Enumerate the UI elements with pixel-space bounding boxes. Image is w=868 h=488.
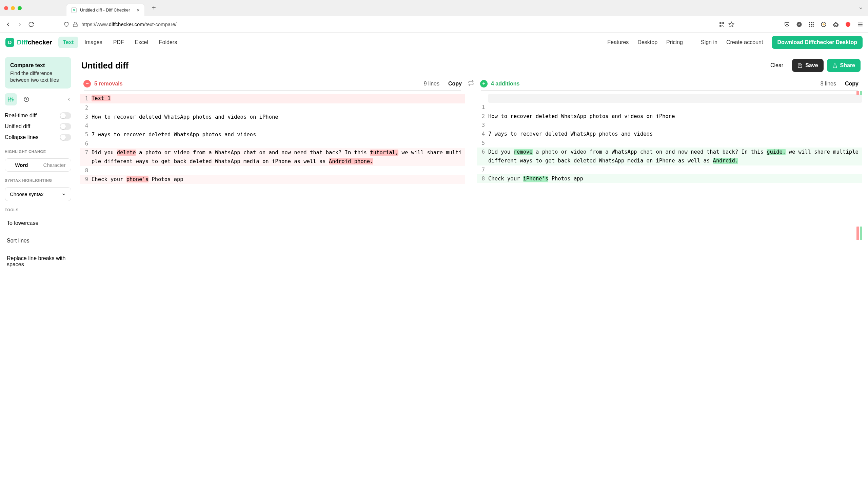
diff-line[interactable]: 6Did you remove a photo or video from a …: [477, 148, 862, 165]
tools-label: TOOLS: [5, 208, 71, 212]
diff-area: − 5 removals 9 lines Copy 1Test 123How t…: [80, 77, 862, 488]
copy-right-button[interactable]: Copy: [845, 81, 859, 87]
diff-line[interactable]: 7: [477, 165, 862, 174]
svg-rect-11: [813, 22, 814, 23]
toggle-switch[interactable]: [60, 123, 71, 130]
save-button[interactable]: Save: [792, 59, 823, 72]
traffic-lights[interactable]: [4, 6, 22, 10]
left-lines[interactable]: 1Test 123How to recover deleted WhatsApp…: [80, 93, 465, 204]
diff-line[interactable]: 3How to recover deleted WhatsApp photos …: [80, 113, 465, 121]
account-icon[interactable]: A: [796, 21, 802, 27]
tool-lowercase[interactable]: To lowercase: [5, 217, 71, 230]
diff-line[interactable]: 7Did you delete a photo or video from a …: [80, 148, 465, 166]
sidebar-card: Compare text Find the difference between…: [5, 57, 71, 89]
browser-tab[interactable]: D Untitled diff - Diff Checker ×: [66, 4, 144, 16]
toggle-collapse[interactable]: Collapse lines: [5, 132, 71, 143]
toggle-switch[interactable]: [60, 134, 71, 141]
nav-folders[interactable]: Folders: [154, 37, 182, 48]
new-tab-button[interactable]: +: [152, 4, 156, 12]
adblock-shield-icon[interactable]: [845, 21, 851, 27]
highlight-word[interactable]: Word: [5, 159, 38, 171]
shield-permission-icon[interactable]: [64, 22, 69, 27]
svg-rect-9: [809, 22, 810, 23]
line-number: [477, 94, 488, 103]
syntax-select[interactable]: Choose syntax: [5, 187, 71, 201]
nav-excel[interactable]: Excel: [130, 37, 153, 48]
url-bar[interactable]: https://www.diffchecker.com/text-compare…: [60, 19, 738, 30]
back-button[interactable]: [5, 21, 12, 28]
diff-line[interactable]: 6: [80, 139, 465, 148]
close-window-icon[interactable]: [4, 6, 8, 10]
line-number: 2: [477, 112, 488, 121]
diff-line[interactable]: 8: [80, 166, 465, 175]
tool-sort[interactable]: Sort lines: [5, 234, 71, 247]
highlight-character[interactable]: Character: [38, 159, 71, 171]
apps-grid-icon[interactable]: [808, 21, 814, 27]
diff-line[interactable]: 5: [477, 139, 862, 148]
line-number: 1: [477, 103, 488, 112]
diff-line[interactable]: 8Check your iPhone's Photos app: [477, 174, 862, 183]
collapse-sidebar-icon[interactable]: [66, 97, 71, 102]
minimize-window-icon[interactable]: [11, 6, 15, 10]
diff-line[interactable]: 2: [80, 103, 465, 112]
link-pricing[interactable]: Pricing: [666, 39, 683, 45]
tabs-overflow-icon[interactable]: [859, 6, 863, 11]
fullscreen-window-icon[interactable]: [18, 6, 22, 10]
pocket-icon[interactable]: [784, 21, 790, 27]
nav-pdf[interactable]: PDF: [108, 37, 129, 48]
link-signin[interactable]: Sign in: [701, 39, 717, 45]
copy-left-button[interactable]: Copy: [448, 81, 462, 87]
diff-line[interactable]: 57 ways to recover deleted WhatsApp phot…: [80, 130, 465, 139]
bookmark-star-icon[interactable]: [728, 21, 734, 27]
line-number: 5: [477, 139, 488, 148]
sidebar-card-desc: Find the difference between two text fil…: [10, 70, 66, 83]
hamburger-menu-icon[interactable]: [857, 21, 863, 27]
diff-line[interactable]: 1Test 1: [80, 94, 465, 103]
diff-line[interactable]: 47 ways to recover deleted WhatsApp phot…: [477, 130, 862, 138]
swap-sides-button[interactable]: [465, 77, 477, 488]
highlight-change-label: HIGHLIGHT CHANGE: [5, 150, 71, 154]
diff-line[interactable]: 1: [477, 103, 862, 112]
qr-icon[interactable]: [719, 21, 725, 27]
minimap[interactable]: [856, 91, 862, 488]
page-title[interactable]: Untitled diff: [81, 61, 762, 71]
diff-line[interactable]: 2How to recover deleted WhatsApp photos …: [477, 112, 862, 121]
line-content: [488, 165, 862, 174]
reload-button[interactable]: [28, 21, 35, 28]
link-create-account[interactable]: Create account: [726, 39, 763, 45]
highlight-segmented[interactable]: Word Character: [5, 158, 71, 172]
svg-marker-6: [729, 22, 734, 26]
link-desktop[interactable]: Desktop: [637, 39, 657, 45]
toggle-realtime[interactable]: Real-time diff: [5, 110, 71, 121]
lock-icon[interactable]: [73, 22, 78, 27]
line-number: 2: [80, 103, 92, 112]
diff-line[interactable]: 3: [477, 121, 862, 130]
nav-images[interactable]: Images: [80, 37, 107, 48]
line-content: 7 ways to recover deleted WhatsApp photo…: [92, 130, 465, 139]
settings-view-icon[interactable]: [5, 93, 17, 105]
diff-line[interactable]: 4: [80, 121, 465, 130]
diff-line[interactable]: 9Check your phone's Photos app: [80, 175, 465, 184]
extension-icon[interactable]: [821, 21, 827, 27]
extensions-puzzle-icon[interactable]: [833, 21, 839, 27]
toggle-switch[interactable]: [60, 112, 71, 119]
diff-line[interactable]: [477, 94, 862, 103]
download-desktop-button[interactable]: Download Diffchecker Desktop: [772, 36, 863, 49]
tool-replace[interactable]: Replace line breaks with spaces: [5, 252, 71, 271]
history-view-icon[interactable]: [20, 93, 33, 105]
svg-rect-4: [723, 25, 723, 25]
divider: [692, 38, 692, 46]
right-lines[interactable]: 12How to recover deleted WhatsApp photos…: [477, 93, 862, 203]
line-content: [488, 139, 862, 148]
link-features[interactable]: Features: [607, 39, 629, 45]
logo[interactable]: D Diffchecker: [5, 38, 52, 47]
nav-text[interactable]: Text: [58, 37, 79, 48]
line-number: 8: [477, 174, 488, 183]
share-button[interactable]: Share: [827, 59, 861, 72]
additions-summary: 4 additions: [491, 81, 519, 87]
toggle-unified[interactable]: Unified diff: [5, 121, 71, 132]
clear-button[interactable]: Clear: [765, 59, 789, 72]
right-panel-head: + 4 additions 8 lines Copy: [477, 77, 862, 90]
close-tab-icon[interactable]: ×: [137, 7, 140, 13]
line-content: [488, 94, 862, 103]
